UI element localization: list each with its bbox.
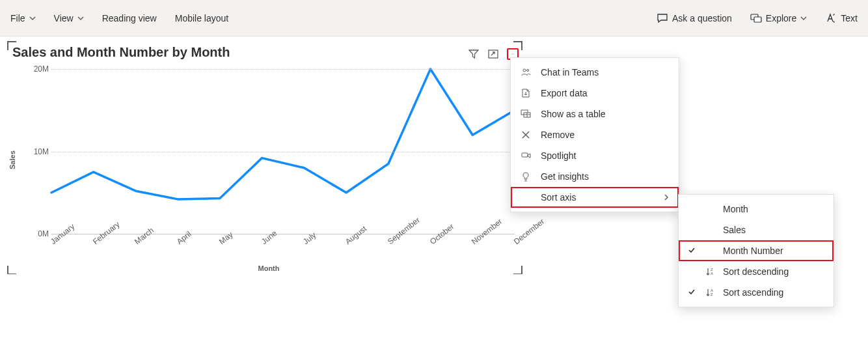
menu-get-insights[interactable]: Get insights [511,166,679,187]
svg-point-5 [514,53,515,54]
check-icon [688,246,697,256]
sort-axis-submenu: Month Sales Month Number ZA Sort descend… [678,194,834,274]
x-axis-label: Month [258,264,280,272]
comment-icon [657,12,668,24]
menu-label: Spotlight [541,150,670,161]
menu-show-as-table[interactable]: Show as a table [511,104,679,124]
selection-corner [7,266,16,274]
chevron-right-icon [663,192,670,203]
file-menu[interactable]: File [10,13,36,23]
chevron-down-icon [29,15,36,21]
table-icon [520,109,532,119]
svg-point-3 [511,53,512,54]
mobile-layout-label: Mobile layout [175,13,229,23]
menu-label: Sort axis [541,192,654,203]
text-button[interactable]: Text [825,12,858,24]
mobile-layout-button[interactable]: Mobile layout [175,13,229,23]
top-toolbar: File View Reading view Mobile layout Ask… [0,0,868,36]
explore-icon [750,12,762,24]
menu-label: Show as a table [541,109,670,119]
teams-icon [520,67,532,77]
text-label: Text [841,13,858,23]
ask-question-button[interactable]: Ask a question [657,12,732,24]
svg-point-4 [513,53,513,54]
lightbulb-icon [520,171,532,182]
svg-rect-1 [754,17,761,22]
x-tick-label: December [512,217,546,246]
reading-view-label: Reading view [102,13,157,23]
submenu-sort-descending[interactable]: ZA Sort descending [679,261,834,274]
view-menu[interactable]: View [54,13,84,23]
chart-body: Sales 0M10M20MJanuaryFebruaryMarchAprilM… [16,65,521,274]
view-label: View [54,13,74,23]
chevron-down-icon [77,15,84,21]
submenu-month[interactable]: Month [679,199,834,219]
file-label: File [10,13,25,23]
menu-label: Chat in Teams [541,67,670,77]
menu-chat-in-teams[interactable]: Chat in Teams [511,62,679,83]
svg-point-6 [523,69,526,72]
submenu-label: Month Number [723,246,783,256]
menu-label: Remove [541,130,670,140]
selection-corner [513,41,522,50]
focus-mode-icon[interactable] [487,48,499,60]
menu-sort-axis[interactable]: Sort axis [511,187,679,208]
submenu-label: Month [723,204,748,214]
reading-view-button[interactable]: Reading view [102,13,157,23]
selection-corner [7,41,16,50]
text-icon [825,12,837,24]
chevron-down-icon [800,15,807,21]
submenu-month-number[interactable]: Month Number [679,240,834,261]
y-tick-label: 0M [23,229,49,238]
svg-rect-10 [522,153,528,157]
y-tick-label: 10M [23,147,49,156]
plot-area: 0M10M20MJanuaryFebruaryMarchAprilMayJune… [51,69,515,234]
menu-export-data[interactable]: Export data [511,83,679,104]
submenu-label: Sales [723,225,746,235]
spotlight-icon [520,150,532,161]
svg-rect-2 [489,50,498,58]
chart-title: Sales and Month Number by Month [8,42,468,65]
submenu-label: Sort descending [723,266,789,274]
line-chart-visual[interactable]: Sales and Month Number by Month Sales 0M… [8,42,522,274]
menu-label: Export data [541,88,670,98]
gridline [51,69,515,70]
menu-remove[interactable]: Remove [511,124,679,145]
close-icon [520,130,532,139]
export-icon [520,88,532,98]
menu-label: Get insights [541,171,670,182]
menu-spotlight[interactable]: Spotlight [511,145,679,166]
y-tick-label: 20M [23,64,49,74]
y-axis-label: Sales [8,150,16,169]
svg-point-7 [527,70,529,72]
filter-icon[interactable] [468,48,480,60]
submenu-sales[interactable]: Sales [679,219,834,240]
visual-header: Sales and Month Number by Month [8,42,521,65]
ask-label: Ask a question [672,13,732,23]
svg-text:A: A [711,272,713,274]
explore-label: Explore [766,13,796,23]
gridline [51,152,515,152]
sort-desc-icon: ZA [705,267,715,274]
visual-context-menu: Chat in Teams Export data Show as a tabl… [510,57,679,212]
explore-menu[interactable]: Explore [750,12,807,24]
